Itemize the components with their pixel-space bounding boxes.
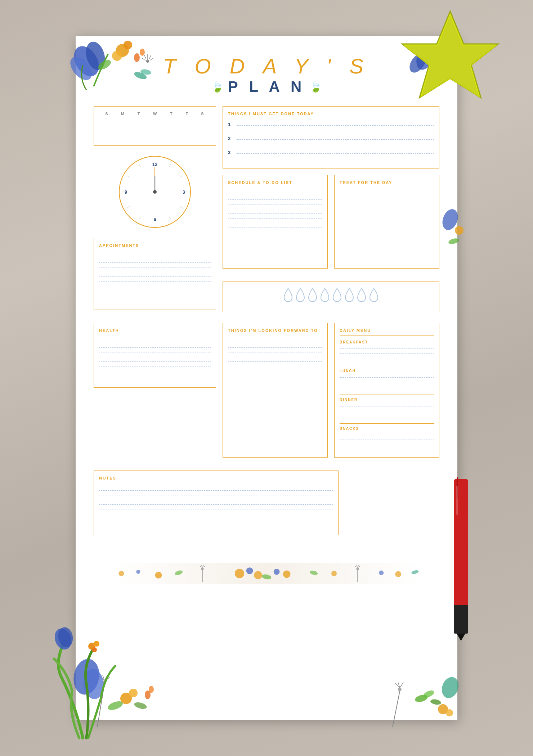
star-decoration bbox=[393, 4, 508, 112]
svg-line-52 bbox=[400, 683, 403, 688]
leaf-right-icon: 🍃 bbox=[309, 81, 322, 93]
dinner-label: DINNER bbox=[340, 398, 434, 402]
svg-line-71 bbox=[127, 176, 130, 177]
svg-line-53 bbox=[395, 683, 400, 688]
daily-menu-section: DAILY MENU BREAKFAST LUNCH DINNER bbox=[334, 323, 439, 458]
svg-point-93 bbox=[331, 571, 337, 576]
svg-point-100 bbox=[379, 571, 384, 575]
cal-day-s2: S bbox=[201, 112, 204, 116]
cal-day-w: W bbox=[153, 112, 157, 116]
things-num-1: 1 bbox=[228, 121, 237, 127]
planner-content: S M T W T F S 12 3 6 bbox=[76, 106, 457, 563]
header-plan: P L A N bbox=[228, 78, 305, 95]
svg-point-62 bbox=[448, 237, 460, 245]
floral-right-mid bbox=[439, 202, 468, 252]
lunch-label: LUNCH bbox=[340, 369, 434, 373]
svg-point-86 bbox=[235, 569, 244, 578]
row-3: NOTES bbox=[94, 471, 439, 542]
svg-line-69 bbox=[127, 206, 130, 208]
floral-bar bbox=[76, 563, 457, 584]
snacks-label: SNACKS bbox=[340, 427, 434, 431]
breakfast-label: BREAKFAST bbox=[340, 340, 434, 344]
svg-point-58 bbox=[438, 704, 448, 714]
svg-marker-0 bbox=[402, 11, 498, 98]
things-num-2: 2 bbox=[228, 135, 237, 141]
clock-section: 12 3 6 9 bbox=[94, 152, 216, 231]
row-2: HEALTH THINGS I'M LOOKING FORWARD TO bbox=[94, 323, 439, 464]
notes-wide-col: NOTES bbox=[94, 471, 339, 542]
appointments-section: APPOINTMENTS bbox=[94, 238, 216, 310]
svg-line-68 bbox=[139, 217, 140, 220]
health-col: HEALTH bbox=[94, 323, 216, 464]
svg-line-66 bbox=[180, 206, 183, 208]
things-num-3: 3 bbox=[228, 149, 237, 155]
menu-snacks: SNACKS bbox=[340, 424, 434, 452]
svg-line-72 bbox=[139, 164, 140, 167]
svg-point-57 bbox=[439, 675, 461, 700]
svg-point-59 bbox=[446, 709, 453, 716]
forward-menu-col: THINGS I'M LOOKING FORWARD TO DAILY MENU… bbox=[223, 323, 439, 464]
svg-point-92 bbox=[309, 570, 318, 576]
svg-point-50 bbox=[398, 688, 402, 691]
svg-point-54 bbox=[414, 694, 428, 703]
drop-6 bbox=[344, 288, 355, 306]
things-item-3: 3 bbox=[228, 149, 434, 157]
svg-line-49 bbox=[393, 691, 400, 727]
health-section: HEALTH bbox=[94, 323, 216, 388]
svg-point-91 bbox=[283, 571, 291, 578]
things-line-2 bbox=[237, 135, 434, 143]
drop-8 bbox=[368, 288, 379, 306]
svg-line-67 bbox=[169, 217, 171, 220]
floral-bottom-right bbox=[371, 662, 465, 727]
schedule-lines bbox=[228, 189, 322, 234]
cal-day-m: M bbox=[121, 112, 125, 116]
appointments-title: APPOINTMENTS bbox=[99, 243, 211, 248]
things-item-2: 2 bbox=[228, 135, 434, 143]
svg-point-81 bbox=[201, 567, 204, 570]
plant-decoration bbox=[32, 605, 133, 742]
drop-2 bbox=[295, 288, 306, 306]
svg-point-101 bbox=[395, 571, 401, 577]
forward-lines bbox=[228, 337, 322, 368]
row-1: S M T W T F S 12 3 6 bbox=[94, 106, 439, 316]
calendar-days-header: S M T W T F S bbox=[99, 112, 211, 116]
svg-point-102 bbox=[411, 570, 419, 575]
cal-day-t1: T bbox=[138, 112, 141, 116]
svg-point-78 bbox=[155, 572, 162, 579]
cal-day-f: F bbox=[185, 112, 189, 116]
svg-point-75 bbox=[153, 190, 157, 194]
menu-lunch: LUNCH bbox=[340, 366, 434, 395]
schedule-title: SCHEDULE & TO-DO LIST bbox=[228, 180, 322, 185]
things-section: THINGS I MUST GET DONE TODAY 1 2 bbox=[223, 106, 439, 168]
menu-dinner: DINNER bbox=[340, 395, 434, 424]
drop-4 bbox=[319, 288, 330, 306]
svg-point-88 bbox=[254, 571, 262, 579]
leaf-left-icon: 🍃 bbox=[211, 81, 224, 93]
menu-breakfast: BREAKFAST bbox=[340, 337, 434, 366]
svg-point-77 bbox=[136, 570, 140, 574]
svg-point-90 bbox=[274, 569, 280, 575]
svg-line-63 bbox=[169, 164, 171, 167]
calendar-section: S M T W T F S bbox=[94, 106, 216, 146]
svg-line-64 bbox=[180, 176, 183, 177]
svg-point-56 bbox=[430, 699, 442, 706]
svg-point-79 bbox=[174, 570, 183, 576]
svg-point-48 bbox=[149, 686, 154, 693]
svg-line-51 bbox=[398, 682, 400, 688]
schedule-section: SCHEDULE & TO-DO LIST bbox=[223, 175, 328, 269]
left-column: S M T W T F S 12 3 6 bbox=[94, 106, 216, 316]
pen-decoration bbox=[443, 475, 479, 648]
health-lines bbox=[99, 337, 211, 372]
svg-point-5 bbox=[94, 641, 99, 647]
water-tracker bbox=[223, 282, 439, 312]
forward-title: THINGS I'M LOOKING FORWARD TO bbox=[228, 328, 322, 333]
right-of-left-col: THINGS I MUST GET DONE TODAY 1 2 bbox=[223, 106, 439, 316]
appointments-lines bbox=[99, 252, 211, 287]
forward-section: THINGS I'M LOOKING FORWARD TO bbox=[223, 323, 328, 458]
svg-point-6 bbox=[92, 647, 97, 652]
svg-point-95 bbox=[356, 567, 359, 570]
cal-day-t2: T bbox=[170, 112, 173, 116]
things-line-3 bbox=[237, 149, 434, 157]
bottom-floral-svg bbox=[104, 563, 429, 584]
notes-title: NOTES bbox=[99, 476, 333, 480]
